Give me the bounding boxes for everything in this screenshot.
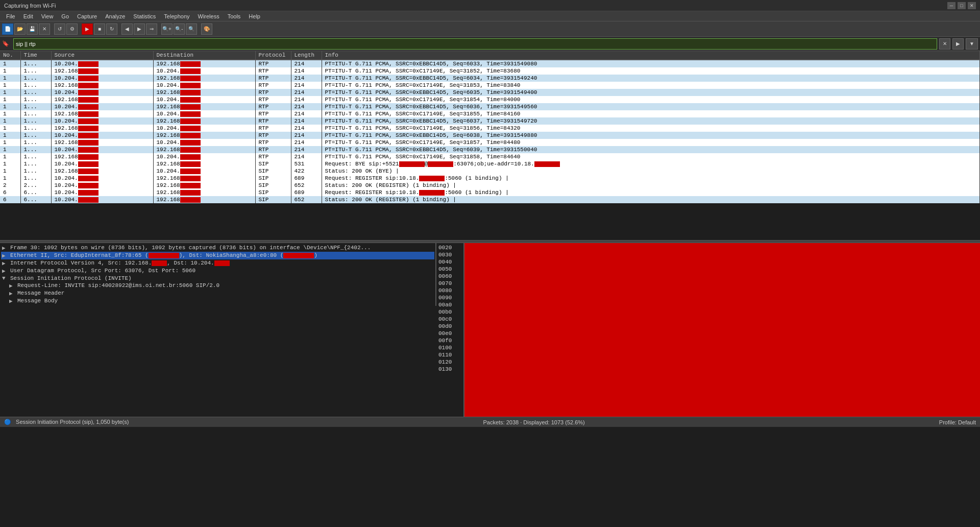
column-headers: No. Time Source Destination Protocol Len… — [0, 51, 980, 60]
table-row[interactable]: 1 1... 192.168 10.204. RTP 214 PT=ITU-T … — [0, 153, 980, 160]
menu-edit[interactable]: Edit — [19, 11, 37, 21]
table-row[interactable]: 1 1... 10.204. 192.168 RTP 214 PT=ITU-T … — [0, 60, 980, 67]
table-row[interactable]: 1 1... 192.168 10.204. RTP 214 PT=ITU-T … — [0, 82, 980, 89]
cell-info: PT=ITU-T G.711 PCMA, SSRC=0xEBBC14D5, Se… — [322, 89, 980, 96]
start-capture-button[interactable]: ▶ — [82, 23, 93, 35]
table-row[interactable]: 1 1... 192.168 10.204. RTP 214 PT=ITU-T … — [0, 110, 980, 117]
cell-time: 1... — [20, 67, 51, 75]
close-button[interactable]: ✕ — [968, 2, 976, 9]
maximize-button[interactable]: □ — [958, 2, 966, 9]
table-row[interactable]: 1 1... 192.168 10.204. SIP 422 Status: 2… — [0, 167, 980, 175]
close-button2[interactable]: ✕ — [39, 23, 50, 35]
col-length: Length — [291, 51, 322, 60]
table-row[interactable]: 2 2... 10.204. 192.168 SIP 652 Status: 2… — [0, 182, 980, 189]
cell-info: PT=ITU-T G.711 PCMA, SSRC=0xC17149E, Seq… — [322, 110, 980, 117]
cell-proto: SIP — [255, 189, 291, 196]
detail-sip-request[interactable]: ▶ Request-Line: INVITE sip:40028922@ims.… — [1, 282, 434, 290]
open-button[interactable]: 📂 — [14, 23, 26, 35]
detail-sip[interactable]: ▼ Session Initiation Protocol (INVITE) — [1, 275, 434, 282]
cell-info: Request: BYE sip:+5521@:63076;ob;ue-addr… — [322, 160, 980, 167]
detail-udp[interactable]: ▶ User Datagram Protocol, Src Port: 6307… — [1, 267, 434, 275]
menu-view[interactable]: View — [37, 11, 58, 21]
minimize-button[interactable]: ─ — [947, 2, 955, 9]
menu-bar: File Edit View Go Capture Analyze Statis… — [0, 11, 980, 21]
table-row[interactable]: 1 1... 10.204. 192.168 RTP 214 PT=ITU-T … — [0, 89, 980, 96]
cell-time: 1... — [20, 175, 51, 182]
status-left: 🔵 Session Initiation Protocol (sip), 1,0… — [4, 419, 129, 425]
cell-dest: 192.168 — [153, 117, 255, 125]
menu-go[interactable]: Go — [57, 11, 73, 21]
detail-ip[interactable]: ▶ Internet Protocol Version 4, Src: 192.… — [1, 259, 434, 267]
menu-file[interactable]: File — [2, 11, 19, 21]
cell-time: 1... — [20, 160, 51, 167]
table-row[interactable]: 1 1... 10.204. 192.168 RTP 214 PT=ITU-T … — [0, 117, 980, 125]
detail-ip-text: Internet Protocol Version 4, Src: 192.16… — [10, 260, 230, 266]
table-row[interactable]: 1 1... 192.168 10.204. RTP 214 PT=ITU-T … — [0, 96, 980, 103]
packet-list[interactable]: No. Time Source Destination Protocol Len… — [0, 51, 980, 240]
capture-options[interactable]: ⚙ — [66, 23, 78, 35]
cell-no: 1 — [0, 146, 20, 153]
table-row[interactable]: 1 1... 192.168 10.204. RTP 214 PT=ITU-T … — [0, 139, 980, 146]
zoom-in-button[interactable]: 🔍+ — [161, 23, 173, 35]
menu-telephony[interactable]: Telephony — [160, 11, 193, 21]
cell-dest: 10.204. — [153, 125, 255, 132]
menu-capture[interactable]: Capture — [73, 11, 101, 21]
colorize-button[interactable]: 🎨 — [201, 23, 212, 35]
restart-button[interactable]: ↻ — [106, 23, 117, 35]
cell-no: 1 — [0, 117, 20, 125]
table-row[interactable]: 1 1... 10.204. 192.168 RTP 214 PT=ITU-T … — [0, 75, 980, 82]
cell-info: PT=ITU-T G.711 PCMA, SSRC=0xC17149E, Seq… — [322, 96, 980, 103]
table-row[interactable]: 1 1... 192.168 10.204. RTP 214 PT=ITU-T … — [0, 125, 980, 132]
cell-source: 10.204. — [51, 175, 153, 182]
cell-info: PT=ITU-T G.711 PCMA, SSRC=0xC17149E, Seq… — [322, 153, 980, 160]
cell-time: 1... — [20, 153, 51, 160]
filter-clear-button[interactable]: ✕ — [939, 38, 950, 50]
menu-tools[interactable]: Tools — [224, 11, 245, 21]
table-row[interactable]: 1 1... 10.204. 192.168 RTP 214 PT=ITU-T … — [0, 146, 980, 153]
reload-button[interactable]: ↺ — [54, 23, 65, 35]
new-capture-button[interactable]: 📄 — [2, 23, 13, 35]
cell-len: 214 — [291, 67, 322, 75]
packet-detail[interactable]: ▶ Frame 30: 1092 bytes on wire (8736 bit… — [0, 243, 436, 306]
menu-analyze[interactable]: Analyze — [101, 11, 129, 21]
cell-no: 6 — [0, 196, 20, 203]
cell-source: 192.168 — [51, 139, 153, 146]
save-button[interactable]: 💾 — [27, 23, 38, 35]
menu-help[interactable]: Help — [244, 11, 264, 21]
cell-source: 10.204. — [51, 117, 153, 125]
detail-sip-header[interactable]: ▶ Message Header — [1, 290, 434, 297]
filter-input[interactable] — [13, 38, 937, 50]
zoom-out-button[interactable]: 🔍- — [174, 23, 185, 35]
cell-len: 214 — [291, 60, 322, 67]
cell-no: 1 — [0, 153, 20, 160]
menu-statistics[interactable]: Statistics — [129, 11, 160, 21]
filter-arrow-button[interactable]: ▼ — [966, 38, 978, 50]
offset-0120: 0120 — [438, 358, 461, 366]
table-row[interactable]: 1 1... 10.204. 192.168 SIP 689 Request: … — [0, 175, 980, 182]
detail-sip-body[interactable]: ▶ Message Body — [1, 297, 434, 305]
stop-capture-button[interactable]: ■ — [94, 23, 105, 35]
cell-info: PT=ITU-T G.711 PCMA, SSRC=0xEBBC14D5, Se… — [322, 146, 980, 153]
table-row[interactable]: 6 6... 10.204. 192.168 SIP 652 Status: 2… — [0, 196, 980, 203]
detail-frame[interactable]: ▶ Frame 30: 1092 bytes on wire (8736 bit… — [1, 244, 434, 252]
table-row[interactable]: 1 1... 10.204. 192.168 SIP 531 Request: … — [0, 160, 980, 167]
table-row[interactable]: 1 1... 192.168 10.204. RTP 214 PT=ITU-T … — [0, 67, 980, 75]
zoom-normal-button[interactable]: 🔍 — [186, 23, 197, 35]
cell-len: 214 — [291, 153, 322, 160]
back-button[interactable]: ◀ — [121, 23, 133, 35]
cell-proto: RTP — [255, 153, 291, 160]
menu-wireless[interactable]: Wireless — [194, 11, 224, 21]
table-row[interactable]: 1 1... 10.204. 192.168 RTP 214 PT=ITU-T … — [0, 103, 980, 110]
table-row[interactable]: 6 6... 10.204. 192.168 SIP 689 Request: … — [0, 189, 980, 196]
cell-dest: 10.204. — [153, 167, 255, 175]
expand-icon-eth: ▶ — [2, 252, 8, 259]
cell-proto: RTP — [255, 89, 291, 96]
detail-ethernet[interactable]: ▶ Ethernet II, Src: EdupInternat_8f:78:6… — [1, 252, 434, 259]
filter-apply-button[interactable]: ▶ — [952, 38, 964, 50]
cell-time: 1... — [20, 96, 51, 103]
forward-button[interactable]: ▶ — [134, 23, 145, 35]
cell-dest: 192.168 — [153, 182, 255, 189]
table-row[interactable]: 1 1... 10.204. 192.168 RTP 214 PT=ITU-T … — [0, 132, 980, 139]
goto-button[interactable]: ⇒ — [146, 23, 157, 35]
cell-source: 10.204. — [51, 103, 153, 110]
